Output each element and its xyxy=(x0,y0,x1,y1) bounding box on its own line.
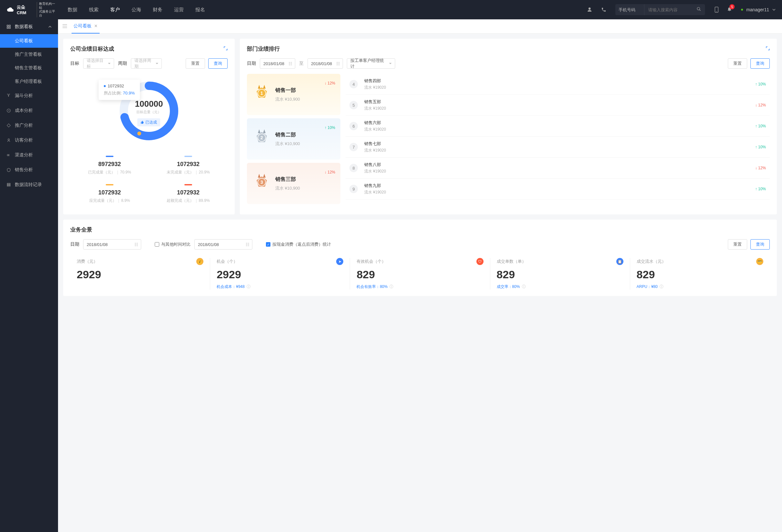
expand-icon[interactable] xyxy=(766,46,770,51)
nav-线索[interactable]: 线索 xyxy=(89,7,99,13)
compare-date-input[interactable]: 2018/01/08☷ xyxy=(194,239,252,250)
search-input[interactable] xyxy=(644,7,693,12)
date-label: 日期 xyxy=(70,242,79,247)
reset-button[interactable]: 重置 xyxy=(728,239,747,250)
reset-button[interactable]: 重置 xyxy=(728,58,747,69)
nav-财务[interactable]: 财务 xyxy=(153,7,163,13)
expand-icon[interactable] xyxy=(224,46,227,51)
rank-row: 7销售七部流水 ¥19020↑ 10% xyxy=(346,137,770,158)
overview-title: 业务全景 xyxy=(70,226,92,234)
stat-by-select[interactable]: 按工单客户经理统计 xyxy=(347,58,395,69)
help-icon[interactable]: ⓘ xyxy=(247,284,250,289)
kpi-4: 成交流水（元）💳829ARPU：¥80 ⓘ xyxy=(630,258,770,289)
kpi-icon: 📋 xyxy=(616,258,624,265)
svg-text:2: 2 xyxy=(260,135,263,140)
sidebar-item-0[interactable]: 漏斗分析 xyxy=(0,88,58,103)
notifications-button[interactable]: 5 xyxy=(727,6,732,13)
nav-icon xyxy=(6,168,11,172)
sidebar-item-6[interactable]: 数据流转记录 xyxy=(0,177,58,192)
period-select[interactable]: 请选择周期 xyxy=(131,58,162,69)
nav-icon xyxy=(6,153,11,157)
nav-icon xyxy=(6,108,11,113)
nav-icon xyxy=(6,138,11,143)
kpi-sub: 成交率：80% ⓘ xyxy=(497,284,624,289)
search-type-select[interactable]: 手机号码 xyxy=(615,4,644,15)
svg-text:3: 3 xyxy=(260,180,263,185)
nav-客户[interactable]: 客户 xyxy=(110,7,120,13)
user-menu[interactable]: manager11 xyxy=(741,7,776,12)
medal-icon: 3 xyxy=(253,174,271,192)
podium-1: 1销售一部流水 ¥10,900↓ 12% xyxy=(247,74,341,115)
kpi-icon: ➤ xyxy=(336,258,343,265)
help-icon[interactable]: ⓘ xyxy=(660,284,663,289)
nav-icon xyxy=(6,182,11,187)
tab-company-board[interactable]: 公司看板 ✕ xyxy=(72,19,100,34)
device-icon[interactable] xyxy=(714,6,719,13)
goal-card: 公司业绩目标达成 目标 请选择目标 周期 请选择周期 重置 查询 1072932 xyxy=(63,39,235,214)
brand-main: 云朵CRM xyxy=(17,4,34,15)
svg-point-0 xyxy=(697,7,700,10)
sidebar-item-3[interactable]: 访客分析 xyxy=(0,133,58,148)
trend-indicator: ↑ 10% xyxy=(755,124,766,128)
nav-数据[interactable]: 数据 xyxy=(68,7,77,13)
top-menu: 数据线索客户公海财务运营报名 xyxy=(68,7,205,13)
sidebar-item-2[interactable]: 推广分析 xyxy=(0,118,58,133)
goal-stat: 1072932未完成量（元）|20.9% xyxy=(149,151,227,180)
compare-checkbox[interactable]: 与其他时间对比 xyxy=(155,242,190,247)
svg-rect-7 xyxy=(9,27,10,28)
sidebar: 数据看板 公司看板推广主管看板销售主管看板客户经理看板 漏斗分析成本分析推广分析… xyxy=(0,19,58,301)
tab-label: 公司看板 xyxy=(73,23,92,29)
notif-badge: 5 xyxy=(730,4,735,9)
brand-logo: 云朵CRM 教育机构一站式服务云平台 xyxy=(6,2,58,17)
date-input[interactable]: 2018/01/08☷ xyxy=(83,239,141,250)
search-icon[interactable] xyxy=(693,7,705,12)
nav-报名[interactable]: 报名 xyxy=(196,7,205,13)
goal-stat: 1072932超额完成（元）|89.9% xyxy=(149,180,227,208)
date-from-input[interactable]: 2018/01/08☷ xyxy=(260,58,295,69)
kpi-2: 有效机会（个）🛡829机会有效率：80% ⓘ xyxy=(350,258,490,289)
kpi-icon: 🛡 xyxy=(476,258,484,265)
help-icon[interactable]: ⓘ xyxy=(522,284,526,289)
query-button[interactable]: 查询 xyxy=(750,58,770,69)
goal-stat: 8972932已完成量（元）|70.9% xyxy=(70,151,149,180)
sidebar-sub-1[interactable]: 推广主管看板 xyxy=(0,48,58,61)
medal-icon: 1 xyxy=(253,85,271,104)
sidebar-sub-0[interactable]: 公司看板 xyxy=(0,34,58,48)
sidebar-group-label: 数据看板 xyxy=(15,24,33,30)
period-label: 周期 xyxy=(118,61,127,66)
cash-stat-checkbox[interactable]: ✓按现金消费（返点后消费）统计 xyxy=(266,242,331,247)
sidebar-item-4[interactable]: 渠道分析 xyxy=(0,148,58,163)
user-icon[interactable] xyxy=(587,7,592,12)
svg-point-10 xyxy=(137,132,141,135)
date-to-input[interactable]: 2018/01/08☷ xyxy=(308,58,343,69)
target-select[interactable]: 请选择目标 xyxy=(83,58,114,69)
sidebar-sub-3[interactable]: 客户经理看板 xyxy=(0,75,58,88)
sidebar-item-5[interactable]: 销售分析 xyxy=(0,163,58,177)
collapse-sidebar-button[interactable] xyxy=(63,24,67,29)
kpi-icon: 💰 xyxy=(196,258,203,265)
user-name: manager11 xyxy=(746,7,769,12)
sidebar-group-dashboard[interactable]: 数据看板 xyxy=(0,19,58,34)
sidebar-sub-2[interactable]: 销售主管看板 xyxy=(0,61,58,75)
brand-sub: 教育机构一站式服务云平台 xyxy=(37,2,58,17)
tab-bar: 公司看板 ✕ xyxy=(58,19,782,34)
query-button[interactable]: 查询 xyxy=(208,58,227,69)
main-area: 公司看板 ✕ 公司业绩目标达成 目标 请选择目标 周期 请选择周期 重置 查询 xyxy=(58,19,782,301)
nav-公海[interactable]: 公海 xyxy=(132,7,141,13)
close-icon[interactable]: ✕ xyxy=(94,24,98,28)
help-icon[interactable]: ⓘ xyxy=(389,284,393,289)
nav-运营[interactable]: 运营 xyxy=(174,7,184,13)
dashboard-icon xyxy=(6,25,11,29)
rank-row: 8销售八部流水 ¥19020↓ 12% xyxy=(346,158,770,179)
svg-line-1 xyxy=(700,10,701,11)
query-button[interactable]: 查询 xyxy=(750,239,770,250)
top-nav: 云朵CRM 教育机构一站式服务云平台 数据线索客户公海财务运营报名 手机号码 5… xyxy=(0,0,782,19)
status-dot xyxy=(741,9,743,11)
date-to-sep: 至 xyxy=(299,61,304,66)
sidebar-item-1[interactable]: 成本分析 xyxy=(0,103,58,118)
trend-indicator: ↓ 12% xyxy=(755,103,766,107)
trend-indicator: ↓ 12% xyxy=(325,81,335,85)
reset-button[interactable]: 重置 xyxy=(186,58,205,69)
phone-icon[interactable] xyxy=(601,7,606,12)
svg-rect-5 xyxy=(9,25,10,27)
